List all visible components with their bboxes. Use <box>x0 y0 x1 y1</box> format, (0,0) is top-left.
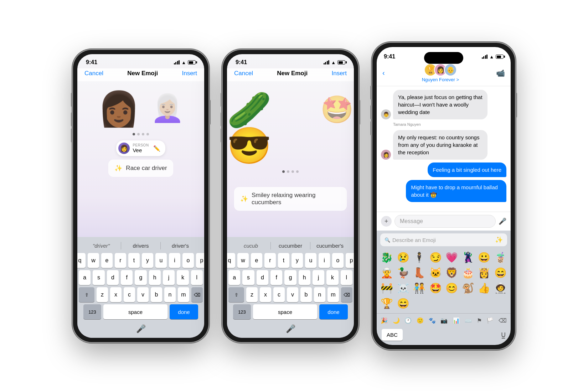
kb-tool-10[interactable]: 🏳️ <box>485 316 495 325</box>
emoji-cell-15[interactable]: 👸 <box>477 266 492 280</box>
key2-k[interactable]: k <box>326 270 338 285</box>
emoji-cell-7[interactable]: 😀 <box>477 251 492 264</box>
emoji-cell-10[interactable]: 🦆 <box>396 266 411 280</box>
kb-tool-9[interactable]: ⚑ <box>475 316 483 325</box>
emoji-cell-23[interactable]: 👍 <box>477 281 492 295</box>
key2-space[interactable]: space <box>253 304 317 319</box>
key2-f[interactable]: f <box>270 270 282 285</box>
group-name[interactable]: Nguyen Forever > <box>422 77 459 82</box>
key-f[interactable]: f <box>121 270 133 285</box>
emoji-search-input-2[interactable]: ✨ Smiley relaxing wearing cucumbers <box>234 187 347 211</box>
key-done[interactable]: done <box>170 304 198 319</box>
cancel-button-2[interactable]: Cancel <box>234 70 253 77</box>
emoji-cell-25[interactable]: 🏆 <box>380 296 394 310</box>
emoji-cell-26[interactable]: 😄 <box>396 296 411 310</box>
key-c[interactable]: c <box>124 287 135 302</box>
emoji-cell-1[interactable]: 🐉 <box>380 251 394 264</box>
emoji-cell-18[interactable]: ☠️ <box>396 281 411 295</box>
emoji-cell-22[interactable]: 🐒 <box>461 281 476 295</box>
emoji-cell-6[interactable]: 🦹 <box>461 251 476 264</box>
pred-2-3[interactable]: cucumber's <box>310 241 350 250</box>
add-button[interactable]: + <box>381 216 392 227</box>
person-edit-icon-1[interactable]: ✏️ <box>153 145 160 152</box>
kb-tool-6[interactable]: 📷 <box>439 316 449 325</box>
emoji-cell-4[interactable]: 😏 <box>428 251 443 264</box>
mic-icon-2[interactable]: 🎤 <box>286 324 295 334</box>
key2-t[interactable]: t <box>278 253 289 268</box>
mic-icon-1[interactable]: 🎤 <box>136 324 146 334</box>
key-r[interactable]: r <box>115 253 126 268</box>
kb-tool-1[interactable]: 🎉 <box>379 316 389 325</box>
key-q[interactable]: q <box>77 253 86 268</box>
video-call-icon[interactable]: 📹 <box>496 69 505 77</box>
key2-num[interactable]: 123 <box>233 304 251 319</box>
key2-v[interactable]: v <box>287 287 298 302</box>
emoji-cell-9[interactable]: 🧝 <box>380 266 394 280</box>
abc-key[interactable]: ABC <box>382 329 403 341</box>
pred-1-3[interactable]: driver's <box>161 241 200 250</box>
kb-tool-2[interactable]: 🌙 <box>391 316 401 325</box>
key2-h[interactable]: h <box>299 270 310 285</box>
key-x[interactable]: x <box>110 287 122 302</box>
emoji-cell-17[interactable]: 🚧 <box>380 281 394 295</box>
key2-done[interactable]: done <box>319 304 348 319</box>
message-input[interactable]: Message <box>394 215 496 228</box>
key-delete[interactable]: ⌫ <box>191 287 203 302</box>
key2-m[interactable]: m <box>327 287 339 302</box>
pred-1-2[interactable]: drivers <box>121 241 160 250</box>
key-u[interactable]: u <box>155 253 167 268</box>
key-i[interactable]: i <box>169 253 180 268</box>
key-l[interactable]: l <box>191 270 203 285</box>
emoji-sparkle-icon[interactable]: ✨ <box>495 236 503 244</box>
key-o[interactable]: o <box>182 253 194 268</box>
key2-i[interactable]: i <box>319 253 330 268</box>
key-space[interactable]: space <box>103 304 167 319</box>
key2-j[interactable]: j <box>313 270 324 285</box>
emoji-cell-13[interactable]: 🦁 <box>444 266 459 280</box>
key-j[interactable]: j <box>163 270 175 285</box>
key-num[interactable]: 123 <box>83 304 101 319</box>
key-w[interactable]: w <box>88 253 99 268</box>
cancel-button-1[interactable]: Cancel <box>84 70 103 77</box>
key2-n[interactable]: n <box>314 287 325 302</box>
key-v[interactable]: v <box>137 287 149 302</box>
key2-q[interactable]: q <box>227 253 235 268</box>
mic-input-icon[interactable]: 🎤 <box>499 217 506 225</box>
key2-o[interactable]: o <box>332 253 344 268</box>
key-t[interactable]: t <box>128 253 140 268</box>
emoji-cell-24[interactable]: 🧑‍🚀 <box>493 281 508 295</box>
key-p[interactable]: p <box>196 253 204 268</box>
kb-tool-8[interactable]: ⌨️ <box>463 316 473 325</box>
group-info[interactable]: 🏆 👩 👴 Nguyen Forever > <box>422 63 459 82</box>
key-e[interactable]: e <box>101 253 113 268</box>
emoji-cell-16[interactable]: 😄 <box>493 266 508 280</box>
emoji-cell-8[interactable]: 🧋 <box>493 251 508 264</box>
key2-c[interactable]: c <box>273 287 285 302</box>
key2-s[interactable]: s <box>242 270 254 285</box>
key2-shift[interactable]: ⇧ <box>228 287 244 302</box>
key2-delete[interactable]: ⌫ <box>341 287 352 302</box>
key2-l[interactable]: l <box>341 270 352 285</box>
key-b[interactable]: b <box>151 287 162 302</box>
underline-icon[interactable]: U̲ <box>501 331 506 339</box>
kb-tool-3[interactable]: 🕐 <box>403 316 413 325</box>
emoji-search-input-1[interactable]: ✨ Race car driver <box>108 160 173 177</box>
key2-w[interactable]: w <box>237 253 249 268</box>
key-shift[interactable]: ⇧ <box>79 287 94 302</box>
kb-tool-4[interactable]: 🙂 <box>415 316 425 325</box>
kb-delete-icon[interactable]: ⌫ <box>497 316 508 325</box>
emoji-cell-19[interactable]: 🧑‍🤝‍🧑 <box>412 281 427 295</box>
emoji-cell-20[interactable]: 🤩 <box>428 281 443 295</box>
key-h[interactable]: h <box>149 270 161 285</box>
key2-u[interactable]: u <box>305 253 316 268</box>
key2-d[interactable]: d <box>257 270 268 285</box>
emoji-cell-3[interactable]: 🕴️ <box>412 251 427 264</box>
emoji-cell-11[interactable]: 👢 <box>412 266 427 280</box>
key-d[interactable]: d <box>107 270 119 285</box>
back-button[interactable]: ‹ <box>382 69 385 77</box>
emoji-cell-5[interactable]: 💗 <box>444 251 459 264</box>
emoji-cell-12[interactable]: 🐱 <box>428 266 443 280</box>
key-a[interactable]: a <box>79 270 91 285</box>
key2-e[interactable]: e <box>251 253 262 268</box>
key-k[interactable]: k <box>177 270 189 285</box>
